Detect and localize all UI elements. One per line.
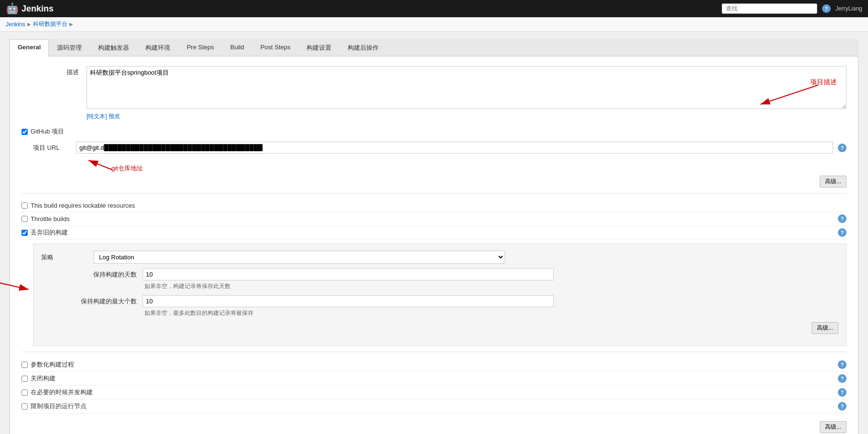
- breadcrumb-sep-2: ▶: [69, 22, 73, 27]
- parameterize-checkbox[interactable]: [22, 362, 28, 368]
- desc-links: [纯文本] 预览: [87, 112, 846, 121]
- description-content: 科研数据平台springboot项目 [纯文本] 预览: [87, 66, 846, 121]
- tab-post-steps[interactable]: Post Steps: [252, 39, 298, 56]
- breadcrumb-jenkins[interactable]: Jenkins: [6, 21, 25, 28]
- strategy-select[interactable]: Log Rotation: [94, 251, 505, 264]
- tabs-bar: General 源码管理 构建触发器 构建环境 Pre Steps Build …: [10, 39, 858, 56]
- jenkins-icon: 🤖: [6, 2, 19, 15]
- disable-row: 关闭构建 ?: [22, 372, 846, 386]
- svg-line-5: [0, 278, 29, 289]
- disable-checkbox[interactable]: [22, 376, 28, 382]
- keep-max-row: 保持构建的最大个数: [41, 295, 838, 307]
- url-help-icon[interactable]: ?: [838, 144, 846, 152]
- keep-max-hint: 如果非空，最多此数目的构建记录将被保存: [144, 309, 838, 317]
- github-project-row: GitHub 项目: [22, 125, 846, 138]
- strategy-section: 构建策略 策略 Log Rotation 保持构建的天数 如果非空，构建记录将保…: [33, 244, 846, 346]
- keep-max-group: 保持构建的最大个数 如果非空，最多此数目的构建记录将被保存: [41, 295, 838, 317]
- restrict-checkbox[interactable]: [22, 403, 28, 410]
- keep-days-label: 保持构建的天数: [41, 270, 137, 279]
- concurrent-label[interactable]: 在必要的时候并发构建: [31, 388, 93, 397]
- restrict-help-icon[interactable]: ?: [838, 402, 846, 411]
- tab-build-env[interactable]: 构建环境: [137, 39, 178, 56]
- concurrent-help-icon[interactable]: ?: [838, 388, 846, 397]
- form-panel: 描述 科研数据平台springboot项目 [纯文本] 预览: [10, 56, 858, 434]
- strategy-arrow-svg: [0, 268, 38, 297]
- github-project-checkbox[interactable]: [22, 129, 28, 135]
- keep-days-hint: 如果非空，构建记录将保存此天数: [144, 282, 838, 290]
- divider-2: [22, 352, 846, 352]
- jenkins-title: Jenkins: [22, 4, 54, 14]
- description-row: 描述 科研数据平台springboot项目 [纯文本] 预览: [22, 66, 846, 121]
- github-project-label[interactable]: GitHub 项目: [31, 127, 64, 136]
- strategy-annotation-group: 构建策略: [0, 268, 38, 298]
- git-annotation-area: git仓库地址: [79, 156, 846, 173]
- strategy-label: 策略: [41, 253, 89, 262]
- parameterize-label[interactable]: 参数化构建过程: [31, 360, 74, 369]
- search-input[interactable]: [722, 3, 817, 14]
- tab-general[interactable]: General: [10, 39, 49, 56]
- bottom-advanced-button[interactable]: 高级...: [820, 421, 846, 433]
- disable-help-icon[interactable]: ?: [838, 374, 846, 383]
- preview-link[interactable]: 预览: [109, 113, 120, 120]
- keep-max-label: 保持构建的最大个数: [41, 297, 137, 306]
- username: JerryLiang: [835, 5, 862, 12]
- restrict-label[interactable]: 限制项目的运行节点: [31, 402, 87, 411]
- project-url-section: 项目 URL ? git仓库地址 高级...: [22, 142, 846, 188]
- parameterize-row: 参数化构建过程 ?: [22, 358, 846, 372]
- breadcrumb: Jenkins ▶ 科研数据平台 ▶: [0, 17, 868, 32]
- tab-pre-steps[interactable]: Pre Steps: [178, 39, 222, 56]
- url-label: 项目 URL: [33, 144, 71, 152]
- breadcrumb-project[interactable]: 科研数据平台: [33, 20, 67, 28]
- keep-max-input[interactable]: [143, 295, 554, 307]
- tab-post-build[interactable]: 构建后操作: [340, 39, 387, 56]
- discard-label[interactable]: 丢弃旧的构建: [31, 228, 68, 237]
- restrict-row: 限制项目的运行节点 ?: [22, 400, 846, 413]
- lockable-checkbox[interactable]: [22, 202, 28, 209]
- tab-source[interactable]: 源码管理: [49, 39, 90, 56]
- url-advanced-button[interactable]: 高级...: [820, 176, 846, 188]
- throttle-row: Throttle builds ?: [22, 212, 846, 226]
- jenkins-logo: 🤖 Jenkins: [6, 2, 54, 15]
- throttle-checkbox[interactable]: [22, 216, 28, 222]
- description-label: 描述: [22, 66, 79, 77]
- url-row: 项目 URL ?: [33, 142, 846, 154]
- url-advanced-row: 高级...: [22, 176, 846, 188]
- discard-section: 丢弃旧的构建 ? 构建策略: [22, 226, 846, 346]
- concurrent-checkbox[interactable]: [22, 389, 28, 396]
- keep-days-group: 保持构建的天数 如果非空，构建记录将保存此天数: [41, 268, 838, 290]
- concurrent-row: 在必要的时候并发构建 ?: [22, 386, 846, 400]
- tab-build-settings[interactable]: 构建设置: [298, 39, 340, 56]
- help-icon[interactable]: ?: [822, 4, 831, 13]
- discard-checkbox[interactable]: [22, 230, 28, 236]
- topbar-right: ? JerryLiang: [722, 3, 862, 14]
- plain-text-link[interactable]: [纯文本]: [87, 113, 107, 120]
- bottom-advanced-row: 高级...: [22, 421, 846, 433]
- svg-line-3: [88, 160, 112, 170]
- disable-label[interactable]: 关闭构建: [31, 374, 55, 383]
- throttle-help-icon[interactable]: ?: [838, 214, 846, 223]
- tab-build-trigger[interactable]: 构建触发器: [90, 39, 137, 56]
- divider-1: [22, 193, 846, 194]
- breadcrumb-sep-1: ▶: [27, 22, 31, 27]
- topbar-left: 🤖 Jenkins: [6, 2, 54, 15]
- lockable-label[interactable]: This build requires lockable resources: [31, 202, 135, 209]
- main-content: General 源码管理 构建触发器 构建环境 Pre Steps Build …: [0, 32, 868, 434]
- topbar: 🤖 Jenkins ? JerryLiang: [0, 0, 868, 17]
- tab-build[interactable]: Build: [222, 39, 253, 56]
- discard-row: 丢弃旧的构建 ?: [22, 226, 846, 240]
- description-input[interactable]: 科研数据平台springboot项目: [87, 66, 846, 109]
- keep-days-input[interactable]: [143, 268, 554, 280]
- lockable-row: This build requires lockable resources: [22, 200, 846, 212]
- url-input[interactable]: [76, 142, 833, 154]
- strategy-advanced-row: 高级...: [41, 322, 838, 334]
- strategy-row: 策略 Log Rotation: [41, 251, 838, 264]
- keep-days-row: 保持构建的天数: [41, 268, 838, 280]
- git-annotation-text: git仓库地址: [111, 164, 143, 173]
- strategy-advanced-button[interactable]: 高级...: [812, 322, 838, 334]
- discard-help-icon[interactable]: ?: [838, 228, 846, 237]
- throttle-label[interactable]: Throttle builds: [31, 215, 70, 223]
- parameterize-help-icon[interactable]: ?: [838, 360, 846, 369]
